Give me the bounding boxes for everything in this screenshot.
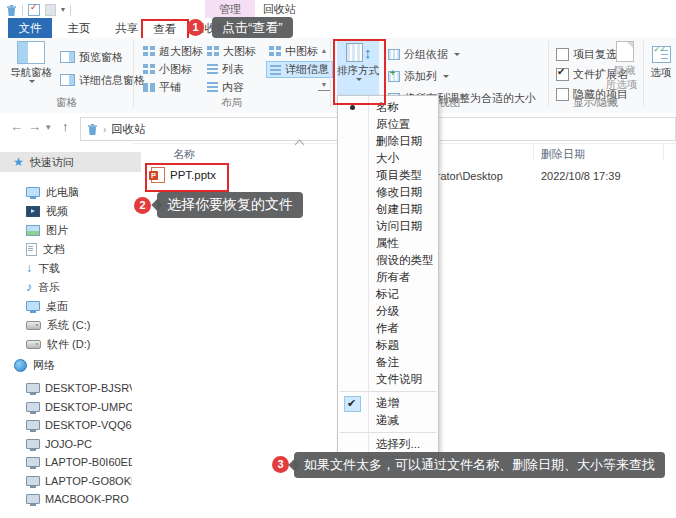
view-option[interactable]: 平铺	[140, 79, 184, 95]
sidebar-item-network[interactable]: 网络	[14, 356, 55, 374]
sort-menu-item[interactable]: 标记	[338, 286, 438, 303]
hide-selected-items-icon	[616, 41, 634, 62]
view-option-icon	[207, 64, 218, 66]
sort-by-dropdown-menu: 名称原位置删除日期大小项目类型修改日期创建日期访问日期属性假设的类型所有者标记分…	[337, 95, 439, 457]
sort-menu-item[interactable]: 访问日期	[338, 218, 438, 235]
sidebar-network-item[interactable]: DESKTOP-BJSRVGI	[26, 379, 132, 397]
back-button-icon[interactable]: ←	[10, 119, 23, 134]
sidebar-network-item[interactable]: DESKTOP-VQQ682	[26, 416, 132, 434]
network-computer-icon	[26, 402, 40, 412]
view-option-label: 超大图标	[159, 44, 203, 59]
view-option[interactable]: 列表	[204, 61, 247, 77]
column-header-deleted-date[interactable]: 删除日期	[541, 147, 585, 162]
sort-by-label: 排序方式	[337, 64, 379, 78]
network-computer-label: DESKTOP-VQQ682	[45, 419, 132, 431]
qat-dropdown-arrow-icon[interactable]: ▾	[61, 5, 65, 15]
sidebar-item-video[interactable]: 视频	[26, 202, 68, 220]
sort-menu-item[interactable]: 原位置	[338, 116, 438, 133]
group-by-button[interactable]: 分组依据	[388, 46, 460, 62]
add-columns-label: 添加列	[404, 69, 437, 84]
checkbox-icon[interactable]	[556, 48, 569, 61]
layout-scroll-up-icon[interactable]: ▲	[318, 46, 330, 56]
checkmark-icon	[344, 396, 361, 412]
sort-menu-item[interactable]: 项目类型	[338, 167, 438, 184]
sort-menu-item[interactable]: 标题	[338, 337, 438, 354]
sort-menu-item[interactable]: 作者	[338, 320, 438, 337]
annotation-step3-text: 如果文件太多，可以通过文件名称、删除日期、大小等来查找	[304, 456, 655, 474]
sidebar-item-computer[interactable]: 此电脑	[26, 183, 79, 201]
tab-view[interactable]: 查看	[141, 19, 189, 40]
annotation-step2-text: 选择你要恢复的文件	[167, 196, 293, 214]
column-header-name[interactable]: 名称	[173, 147, 195, 162]
column-divider	[663, 143, 664, 161]
sort-menu-item[interactable]: 大小	[338, 150, 438, 167]
view-option[interactable]: 大图标	[204, 43, 259, 59]
quick-access-toolbar: ▾	[0, 0, 676, 18]
sort-menu-item[interactable]: 假设的类型	[338, 252, 438, 269]
sidebar-item-label: 桌面	[46, 299, 68, 314]
preview-pane-button[interactable]: 预览窗格	[60, 49, 123, 65]
up-button-icon[interactable]: ↑	[62, 119, 69, 134]
sort-menu-item[interactable]: 删除日期	[338, 133, 438, 150]
sidebar-network-item[interactable]: MACBOOK-PRO	[26, 490, 129, 508]
options-button[interactable]: 选项	[648, 46, 674, 80]
navigation-pane-button[interactable]: 导航窗格	[8, 41, 54, 83]
sort-menu-item[interactable]: 备注	[338, 354, 438, 371]
tab-file[interactable]: 文件	[8, 18, 52, 38]
chevron-down-icon	[443, 75, 449, 78]
network-computer-icon	[26, 457, 40, 467]
tab-home[interactable]: 主页	[58, 18, 100, 38]
sidebar-item-drive[interactable]: 软件 (D:)	[26, 335, 90, 353]
layout-more-icon[interactable]: ▼	[318, 80, 330, 91]
sidebar-network-item[interactable]: LAPTOP-GO8OKNL	[26, 472, 132, 490]
navigation-pane-label: 导航窗格	[10, 66, 52, 80]
computer-icon	[26, 187, 40, 197]
title-bar: ▾	[0, 0, 676, 18]
sidebar-item-drive[interactable]: 系统 (C:)	[26, 316, 90, 334]
view-option-icon	[207, 46, 212, 50]
sort-menu-item[interactable]: 所有者	[338, 269, 438, 286]
view-option[interactable]: 小图标	[140, 61, 195, 77]
sidebar-network-item[interactable]: LAPTOP-B0I60EDV	[26, 453, 132, 471]
sort-menu-item[interactable]: 创建日期	[338, 201, 438, 218]
view-option[interactable]: 内容	[204, 79, 247, 95]
sidebar-network-item[interactable]: JOJO-PC	[26, 435, 92, 453]
options-icon	[652, 46, 671, 63]
sort-by-button[interactable]: 排序方式	[337, 41, 379, 98]
choose-columns-item[interactable]: 选择列...	[338, 436, 438, 453]
sort-menu-item[interactable]: 属性	[338, 235, 438, 252]
sidebar-item-desktop[interactable]: 桌面	[26, 297, 68, 315]
chevron-down-icon	[356, 78, 362, 81]
sort-menu-item[interactable]: 名称	[338, 99, 438, 116]
network-computer-label: DESKTOP-UMPO5K	[45, 401, 132, 413]
quick-access-label: 快速访问	[30, 155, 74, 170]
sort-order-item[interactable]: 递增	[338, 395, 438, 412]
sidebar-item-documents[interactable]: 文档	[26, 240, 65, 258]
forward-button-icon[interactable]: →	[28, 119, 41, 134]
sort-menu-item[interactable]: 分级	[338, 303, 438, 320]
navigation-sidebar: ★ 快速访问 此电脑视频图片文档↓下载♪音乐桌面系统 (C:)软件 (D:) 网…	[0, 143, 132, 518]
view-option[interactable]: 超大图标	[140, 43, 206, 59]
view-option[interactable]: 中图标	[266, 43, 321, 59]
recent-locations-icon[interactable]: ▾	[46, 122, 51, 132]
annotation-step1-number: 1	[187, 19, 204, 36]
sort-order-item[interactable]: 递减	[338, 412, 438, 429]
sidebar-network-item[interactable]: DESKTOP-UMPO5K	[26, 398, 132, 416]
annotation-step1-tooltip: 点击“查看”	[212, 17, 293, 38]
sidebar-item-music[interactable]: ♪音乐	[26, 278, 60, 296]
navigation-pane-icon	[17, 41, 45, 64]
recycle-bin-icon	[87, 123, 98, 136]
sidebar-item-label: 此电脑	[46, 185, 79, 200]
annotation-step2-number: 2	[134, 197, 151, 214]
sort-menu-item[interactable]: 文件说明	[338, 371, 438, 388]
sort-menu-item[interactable]: 修改日期	[338, 184, 438, 201]
network-computer-label: LAPTOP-B0I60EDV	[45, 456, 132, 468]
layout-scroll-down-icon[interactable]: ▼	[318, 64, 330, 74]
add-columns-button[interactable]: 添加列	[388, 68, 449, 84]
confirm-checkbox-icon[interactable]	[28, 4, 40, 16]
breadcrumb-location[interactable]: 回收站	[111, 122, 146, 137]
sidebar-item-downloads[interactable]: ↓下载	[26, 259, 60, 277]
sidebar-item-pictures[interactable]: 图片	[26, 221, 68, 239]
checkbox-icon[interactable]	[556, 68, 569, 81]
sidebar-item-quick-access[interactable]: ★ 快速访问	[0, 152, 141, 172]
